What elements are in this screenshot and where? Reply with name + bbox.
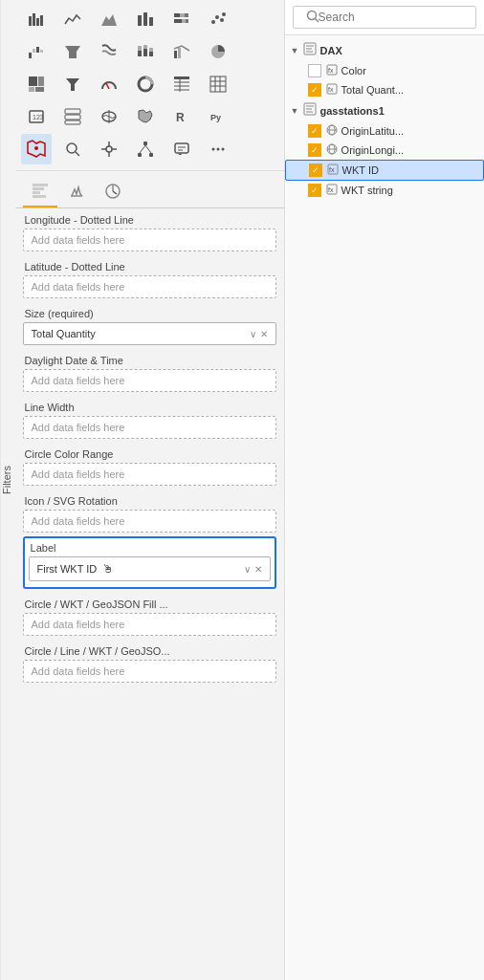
map-icon[interactable]	[94, 101, 124, 132]
wkt-id-label: WKT ID	[342, 164, 379, 176]
multirow-card-icon[interactable]	[57, 101, 88, 132]
daylight-drop-zone[interactable]: Add data fields here	[23, 369, 276, 392]
svg-rect-25	[143, 49, 147, 56]
gauge-icon[interactable]	[94, 69, 124, 99]
icon-svg-drop-zone[interactable]: Add data fields here	[23, 510, 276, 533]
svg-text:R: R	[176, 111, 185, 124]
tree-group-gasstations[interactable]: ▼ gasstations1	[285, 99, 484, 121]
circle-wkt-label: Circle / WKT / GeoJSON Fill ...	[23, 599, 276, 610]
svg-rect-79	[33, 191, 40, 194]
tree-item-wkt-string[interactable]: ✓ fx WKT string	[285, 181, 484, 200]
latitude-dotted-label: Latitude - Dotted Line	[23, 261, 276, 272]
waterfall-icon[interactable]	[21, 36, 52, 67]
size-chevron-icon[interactable]: ∨	[250, 329, 256, 339]
search-icon[interactable]	[57, 134, 88, 164]
size-close-icon[interactable]: ✕	[260, 329, 268, 339]
label-chevron-icon[interactable]: ∨	[244, 564, 251, 575]
size-filled[interactable]: Total Quantity ∨ ✕	[23, 322, 276, 345]
svg-rect-6	[143, 12, 147, 26]
treemap-icon[interactable]	[21, 69, 52, 99]
svg-text:fx: fx	[328, 86, 334, 93]
python-icon[interactable]: Py	[203, 101, 233, 132]
svg-rect-51	[65, 109, 80, 114]
svg-rect-24	[138, 46, 142, 51]
svg-rect-78	[33, 187, 44, 190]
svg-rect-1	[33, 13, 35, 26]
right-panel: ▼ DAX fx Color ✓ fx Total Quant... ▼	[284, 0, 484, 980]
color-check[interactable]	[308, 64, 321, 77]
svg-rect-21	[40, 50, 43, 53]
tree-group-dax[interactable]: ▼ DAX	[285, 39, 484, 61]
line-chart-icon[interactable]	[57, 4, 88, 34]
search-container	[293, 6, 476, 29]
filter-icon[interactable]	[57, 69, 88, 99]
label-value-text: First WKT ID	[37, 563, 98, 575]
table-icon[interactable]	[166, 69, 197, 99]
ribbon-icon[interactable]	[94, 36, 124, 67]
circle-line-wkt-drop-zone[interactable]: Add data fields here	[23, 660, 276, 683]
origin-long-check[interactable]: ✓	[308, 143, 321, 157]
filters-sidebar: Filters	[0, 0, 15, 980]
key-influencers-icon[interactable]	[94, 134, 124, 164]
tab-format[interactable]	[59, 177, 94, 207]
wkt-id-check[interactable]: ✓	[309, 163, 322, 177]
tree-section: ▼ DAX fx Color ✓ fx Total Quant... ▼	[285, 35, 484, 980]
line-cluster-icon[interactable]	[166, 36, 197, 67]
mountain-chart-icon[interactable]	[94, 4, 124, 34]
svg-point-57	[34, 146, 38, 150]
tree-item-wkt-id[interactable]: ✓ fx WKT ID	[285, 160, 484, 181]
r-visual-icon[interactable]: R	[166, 101, 197, 132]
tree-item-total-quant[interactable]: ✓ fx Total Quant...	[285, 80, 484, 99]
longitude-drop-zone[interactable]: Add data fields here	[23, 229, 276, 251]
scatter-chart-icon[interactable]	[203, 4, 233, 34]
card-icon[interactable]: 123	[21, 101, 52, 132]
origin-lat-check[interactable]: ✓	[308, 124, 321, 138]
svg-point-16	[220, 18, 224, 22]
wkt-id-calc-icon: fx	[327, 163, 339, 177]
search-input[interactable]	[293, 6, 476, 29]
linewidth-drop-zone[interactable]: Add data fields here	[23, 416, 276, 439]
svg-point-74	[211, 148, 214, 151]
svg-rect-0	[29, 16, 32, 26]
pie-chart-icon[interactable]	[203, 36, 233, 67]
svg-line-59	[76, 152, 79, 156]
total-quant-check[interactable]: ✓	[308, 83, 321, 97]
tab-fields[interactable]	[23, 177, 57, 207]
bar-chart-icon[interactable]	[21, 4, 52, 34]
svg-rect-33	[38, 76, 44, 86]
dax-arrow: ▼	[291, 46, 299, 55]
svg-rect-10	[185, 13, 188, 17]
stacked-col-icon[interactable]	[130, 36, 161, 67]
tab-analytics[interactable]	[96, 177, 130, 207]
matrix-icon[interactable]	[203, 69, 233, 99]
funnel-icon[interactable]	[57, 36, 88, 67]
tree-item-origin-lat[interactable]: ✓ OriginLatitu...	[285, 121, 484, 141]
linewidth-label: Line Width	[23, 402, 276, 413]
svg-point-76	[221, 148, 224, 151]
circle-wkt-drop-zone[interactable]: Add data fields here	[23, 613, 276, 636]
column-chart-icon[interactable]	[130, 4, 161, 34]
smart-narrative-icon[interactable]	[166, 134, 197, 164]
svg-point-17	[222, 12, 226, 16]
more-visuals-icon[interactable]	[203, 134, 233, 164]
total-quant-label: Total Quant...	[341, 84, 404, 96]
stacked-bar-icon[interactable]	[166, 4, 197, 34]
wkt-string-check[interactable]: ✓	[308, 184, 321, 197]
donut-chart-icon[interactable]	[130, 69, 161, 99]
svg-rect-29	[174, 51, 177, 58]
circle-color-label: Circle Color Range	[23, 448, 276, 460]
label-filled[interactable]: First WKT ID 🖱 ∨ ✕	[29, 556, 271, 581]
tree-item-color[interactable]: fx Color	[285, 61, 484, 80]
decomp-tree-icon[interactable]	[130, 134, 161, 164]
svg-rect-11	[174, 19, 182, 23]
svg-text:fx: fx	[329, 166, 335, 173]
label-close-icon[interactable]: ✕	[254, 564, 262, 575]
tree-item-origin-long[interactable]: ✓ OriginLongi...	[285, 141, 484, 160]
svg-rect-13	[186, 19, 188, 23]
circle-color-drop-zone[interactable]: Add data fields here	[23, 463, 276, 486]
cursor-icon: 🖱	[102, 562, 114, 576]
custom-map-icon[interactable]	[21, 134, 52, 164]
latitude-drop-zone[interactable]: Add data fields here	[23, 275, 276, 298]
filled-map-icon[interactable]	[130, 101, 161, 132]
label-field-label: Label	[29, 542, 271, 554]
